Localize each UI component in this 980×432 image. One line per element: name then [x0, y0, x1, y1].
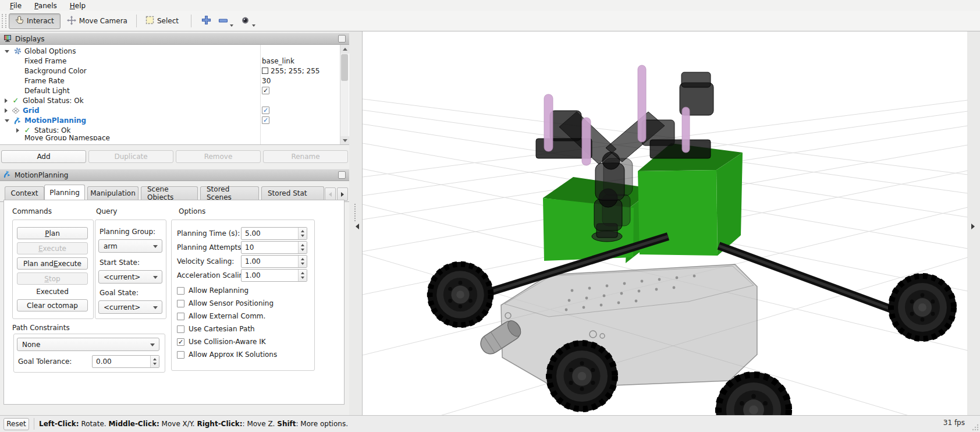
- tree-row-global-status[interactable]: ✓ Global Status: Ok: [0, 95, 340, 105]
- use-cartesian-path-checkbox[interactable]: [177, 325, 184, 333]
- add-display-button[interactable]: Add: [1, 150, 86, 163]
- menu-help[interactable]: Help: [65, 1, 91, 10]
- interact-tool-button[interactable]: Interact: [9, 13, 61, 29]
- panel-float-button[interactable]: [338, 35, 346, 43]
- planning-time-spinner[interactable]: 5.00: [241, 227, 307, 240]
- use-collision-aware-ik-checkbox[interactable]: [177, 338, 184, 346]
- expander-closed-icon[interactable]: [5, 98, 8, 103]
- expander-open-icon[interactable]: [5, 50, 9, 53]
- displays-button-row: Add Duplicate Remove Rename: [0, 150, 349, 163]
- tree-row-global-options[interactable]: Global Options: [0, 46, 340, 56]
- spinner-arrows[interactable]: [298, 242, 307, 253]
- execution-status-label: Executed: [17, 288, 88, 296]
- spinner-arrows[interactable]: [298, 228, 307, 239]
- allow-replanning-checkbox[interactable]: [177, 287, 184, 295]
- scroll-up-button[interactable]: [340, 45, 349, 54]
- spinner-arrows[interactable]: [298, 256, 307, 267]
- tree-row-fixed-frame[interactable]: Fixed Frame base_link: [0, 56, 340, 66]
- zoom-out-button[interactable]: [215, 13, 237, 29]
- motionplanning-panel-titlebar[interactable]: MotionPlanning: [0, 169, 349, 181]
- expander-open-icon[interactable]: [5, 119, 9, 122]
- tree-row-label: Default Light: [24, 87, 70, 95]
- 3d-viewport[interactable]: [362, 31, 967, 415]
- right-splitter[interactable]: [967, 31, 980, 415]
- tree-row-default-light[interactable]: Default Light: [0, 86, 340, 95]
- displays-panel-titlebar[interactable]: Displays: [0, 33, 349, 45]
- scroll-down-button[interactable]: [340, 136, 349, 145]
- chevron-down-icon: [252, 24, 255, 27]
- spinner-arrows[interactable]: [150, 356, 159, 367]
- displays-tree: Global Options Fixed Frame base_link Bac…: [0, 45, 349, 145]
- panel-float-button[interactable]: [338, 171, 346, 179]
- tree-row-clipped[interactable]: Move Group Namespace: [0, 135, 340, 140]
- clear-octomap-button[interactable]: Clear octomap: [17, 299, 88, 311]
- tree-row-background-color[interactable]: Background Color 255; 255; 255: [0, 66, 340, 76]
- velocity-scaling-spinner[interactable]: 1.00: [241, 255, 307, 268]
- move-camera-tool-button[interactable]: Move Camera: [61, 13, 134, 29]
- acceleration-scaling-spinner[interactable]: 1.00: [241, 269, 307, 282]
- planning-group-combo[interactable]: arm: [98, 239, 162, 253]
- expander-closed-icon[interactable]: [16, 128, 19, 133]
- select-tool-button[interactable]: Select: [139, 13, 185, 29]
- tab-scroll-right-button[interactable]: [337, 187, 348, 201]
- view-button[interactable]: [237, 13, 260, 29]
- fixed-frame-value[interactable]: base_link: [262, 57, 294, 65]
- grid-enabled-checkbox[interactable]: [262, 107, 269, 114]
- goal-state-combo[interactable]: <current>: [98, 300, 162, 314]
- leo-rover-body[interactable]: [463, 236, 936, 388]
- expander-closed-icon[interactable]: [5, 108, 8, 113]
- goal-tolerance-spinner[interactable]: 0.00: [92, 355, 159, 368]
- rename-display-button[interactable]: Rename: [263, 150, 348, 163]
- tree-row-motionplanning[interactable]: MotionPlanning: [0, 115, 340, 125]
- frame-rate-value[interactable]: 30: [262, 77, 271, 85]
- scrollbar-thumb[interactable]: [341, 54, 348, 81]
- tab-context[interactable]: Context: [5, 186, 44, 200]
- tree-scrollbar[interactable]: [340, 45, 349, 145]
- menu-panels[interactable]: Panels: [29, 1, 62, 10]
- planning-time-label: Planning Time (s):: [177, 229, 240, 238]
- plan-button[interactable]: Plan: [17, 227, 88, 239]
- planning-attempts-label: Planning Attempts:: [177, 243, 244, 252]
- stop-button[interactable]: Stop: [17, 272, 88, 285]
- chevron-down-icon: [153, 306, 158, 309]
- allow-replanning-row: Allow Replanning: [177, 286, 248, 295]
- start-state-combo[interactable]: <current>: [98, 270, 162, 284]
- tab-stored-scenes[interactable]: Stored Scenes: [200, 186, 259, 200]
- allow-approx-ik-checkbox[interactable]: [177, 351, 184, 359]
- spinner-arrows[interactable]: [298, 270, 307, 281]
- plan-and-execute-button[interactable]: Plan and Execute: [17, 257, 88, 270]
- default-light-checkbox[interactable]: [262, 87, 269, 94]
- tab-manipulation[interactable]: Manipulation: [87, 186, 139, 200]
- tree-row-grid[interactable]: Grid: [0, 105, 340, 115]
- path-constraints-combo[interactable]: None: [17, 338, 159, 351]
- toolbar-drag-handle[interactable]: [2, 14, 6, 28]
- collapse-right-icon[interactable]: [971, 224, 975, 229]
- panel-splitter[interactable]: [349, 31, 362, 415]
- menu-file[interactable]: File: [5, 1, 27, 10]
- splitter-handle[interactable]: [354, 204, 356, 221]
- remove-display-button[interactable]: Remove: [176, 150, 261, 163]
- motionplanning-enabled-checkbox[interactable]: [262, 116, 269, 124]
- execute-button[interactable]: Execute: [17, 242, 88, 254]
- planning-attempts-spinner[interactable]: 10: [241, 241, 307, 254]
- duplicate-display-button[interactable]: Duplicate: [88, 150, 173, 163]
- background-color-value[interactable]: 255; 255; 255: [262, 67, 319, 75]
- allow-external-comm-checkbox[interactable]: [177, 313, 184, 320]
- tab-stored-states[interactable]: Stored Stat: [261, 186, 324, 200]
- collapse-left-icon[interactable]: [356, 224, 359, 229]
- tab-scene-objects[interactable]: Scene Objects: [141, 186, 198, 200]
- checkbox-label: Allow External Comm.: [189, 312, 265, 320]
- tab-scroll-left-button[interactable]: [325, 187, 336, 201]
- zoom-in-button[interactable]: [197, 13, 215, 29]
- 3d-scene: [363, 31, 968, 415]
- reset-button[interactable]: Reset: [3, 418, 29, 430]
- menu-bar: File Panels Help: [0, 0, 980, 11]
- checkbox-label: Allow Approx IK Solutions: [189, 350, 277, 359]
- allow-sensor-positioning-checkbox[interactable]: [177, 300, 184, 307]
- left-dock-area: Displays Global Options Fixed Frame base…: [0, 31, 349, 415]
- tree-row-frame-rate[interactable]: Frame Rate 30: [0, 76, 340, 86]
- fps-counter: 31 fps: [943, 419, 965, 427]
- tab-planning[interactable]: Planning: [44, 185, 85, 200]
- resize-grip[interactable]: [971, 423, 979, 431]
- tree-row-mp-status[interactable]: ✓ Status: Ok: [0, 125, 340, 135]
